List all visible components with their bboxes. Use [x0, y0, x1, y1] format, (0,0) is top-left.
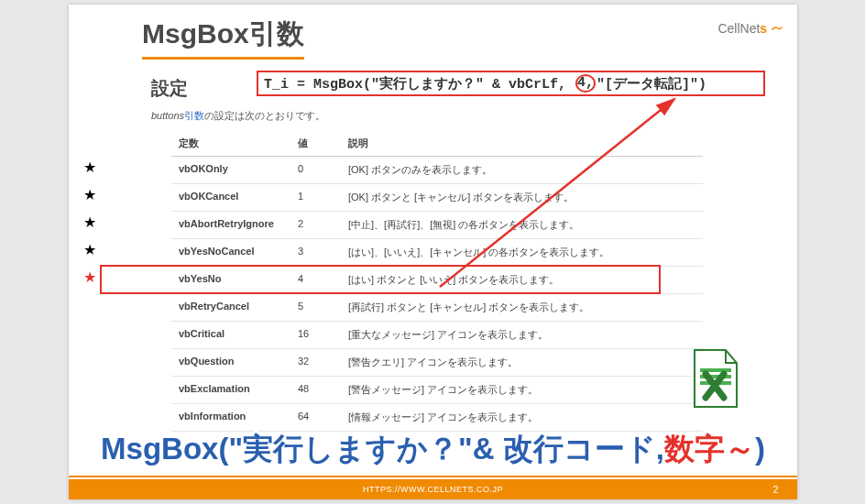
- cell-desc: [再試行] ボタンと [キャンセル] ボタンを表示します。: [341, 294, 703, 322]
- slide: MsgBox引数 CellNets 設定 T_i = MsgBox("実行します…: [69, 5, 797, 499]
- cell-const: vbAbortRetryIgnore: [171, 212, 290, 239]
- cell-desc: [重大なメッセージ] アイコンを表示します。: [341, 322, 703, 349]
- section-heading: 設定: [151, 76, 188, 101]
- code-example-box: T_i = MsgBox("実行しますか？" & vbCrLf, 4,"[データ…: [257, 71, 765, 96]
- cell-desc: [情報メッセージ] アイコンを表示します。: [341, 404, 703, 432]
- cell-const: vbYesNo: [171, 267, 290, 294]
- cell-desc: [警告メッセージ] アイコンを表示します。: [341, 377, 703, 404]
- cell-const: vbYesNoCancel: [171, 239, 290, 267]
- code-highlight-value: 4,: [575, 74, 596, 93]
- code-pre: T_i = MsgBox("実行しますか？" & vbCrLf,: [264, 75, 575, 93]
- intro-link[interactable]: 引数: [184, 110, 204, 121]
- cell-desc: [中止]、[再試行]、[無視] の各ボタンを表示します。: [341, 212, 703, 239]
- th-value: 値: [290, 131, 341, 157]
- cell-desc: [OK] ボタンのみを表示します。: [341, 157, 703, 184]
- table-row: vbQuestion32[警告クエリ] アイコンを表示します。: [171, 349, 703, 377]
- cell-value: 3: [290, 239, 341, 267]
- cell-desc: [OK] ボタンと [キャンセル] ボタンを表示します。: [341, 184, 703, 212]
- cell-const: vbRetryCancel: [171, 294, 290, 322]
- excel-icon: [687, 346, 742, 412]
- intro-text: buttons引数の設定は次のとおりです。: [151, 109, 325, 123]
- star-icon: ★: [83, 215, 96, 230]
- star-icon: ★: [83, 270, 96, 285]
- cell-value: 16: [290, 322, 341, 349]
- cell-value: 4: [290, 267, 341, 294]
- table-row: vbAbortRetryIgnore2[中止]、[再試行]、[無視] の各ボタン…: [171, 212, 703, 239]
- footer-url: HTTPS://WWW.CELLNETS.CO.JP: [363, 485, 503, 494]
- table-row: vbExclamation48[警告メッセージ] アイコンを表示します。: [171, 377, 703, 404]
- cell-const: vbCritical: [171, 322, 290, 349]
- logo-icon: [771, 22, 783, 35]
- cell-desc: [はい]、[いいえ]、[キャンセル] の各ボタンを表示します。: [341, 239, 703, 267]
- cell-const: vbInformation: [171, 404, 290, 432]
- table-row: vbOKOnly0[OK] ボタンのみを表示します。: [171, 157, 703, 184]
- cell-value: 2: [290, 212, 341, 239]
- table-row: vbInformation64[情報メッセージ] アイコンを表示します。: [171, 404, 703, 432]
- th-const: 定数: [171, 131, 290, 157]
- code-post: "[データ転記]"): [597, 75, 706, 93]
- cell-value: 1: [290, 184, 341, 212]
- cell-value: 5: [290, 294, 341, 322]
- cell-const: vbOKCancel: [171, 184, 290, 212]
- cell-const: vbOKOnly: [171, 157, 290, 184]
- footer: HTTPS://WWW.CELLNETS.CO.JP 2: [69, 479, 797, 499]
- cell-desc: [警告クエリ] アイコンを表示します。: [341, 349, 703, 377]
- cell-const: vbExclamation: [171, 377, 290, 404]
- page-title: MsgBox引数: [142, 16, 304, 60]
- cell-value: 48: [290, 377, 341, 404]
- star-icon: ★: [83, 188, 96, 203]
- footer-divider: [69, 476, 797, 477]
- cell-value: 64: [290, 404, 341, 432]
- cell-value: 0: [290, 157, 341, 184]
- page-number: 2: [772, 484, 779, 495]
- star-icon: ★: [83, 243, 96, 257]
- constants-table: 定数 値 説明 vbOKOnly0[OK] ボタンのみを表示します。vbOKCa…: [171, 131, 703, 432]
- star-icon: ★: [83, 160, 96, 175]
- table-row: vbYesNoCancel3[はい]、[いいえ]、[キャンセル] の各ボタンを表…: [171, 239, 703, 267]
- cell-desc: [はい] ボタンと [いいえ] ボタンを表示します。: [341, 267, 703, 294]
- cell-const: vbQuestion: [171, 349, 290, 377]
- table-row: vbYesNo4[はい] ボタンと [いいえ] ボタンを表示します。: [171, 267, 703, 294]
- cell-value: 32: [290, 349, 341, 377]
- table-row: vbCritical16[重大なメッセージ] アイコンを表示します。: [171, 322, 703, 349]
- table-row: vbOKCancel1[OK] ボタンと [キャンセル] ボタンを表示します。: [171, 184, 703, 212]
- th-desc: 説明: [341, 131, 703, 157]
- logo: CellNets: [717, 21, 783, 36]
- table-row: vbRetryCancel5[再試行] ボタンと [キャンセル] ボタンを表示し…: [171, 294, 703, 322]
